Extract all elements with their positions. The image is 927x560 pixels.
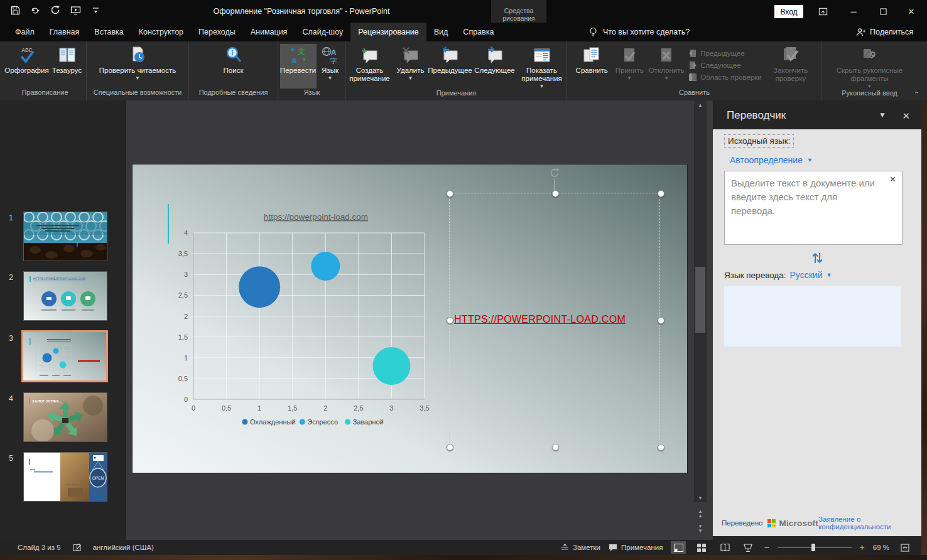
svg-text:OPEN: OPEN [92, 476, 104, 480]
language-button[interactable]: А字 Язык ▼ [317, 44, 344, 89]
undo-icon[interactable] [30, 5, 41, 16]
tab-design[interactable]: Конструктор [131, 23, 191, 41]
target-language-dropdown[interactable]: Русский [790, 270, 823, 280]
selection-handle-s[interactable] [552, 444, 559, 451]
normal-view-button[interactable] [671, 541, 686, 554]
svg-text:字: 字 [330, 57, 337, 65]
bubble-Охлажденный[interactable] [239, 266, 280, 308]
tab-transitions[interactable]: Переходы [191, 23, 243, 41]
reviewing-pane-icon [688, 73, 697, 82]
tab-insert[interactable]: Вставка [87, 23, 131, 41]
slide-number: 4 [9, 394, 13, 403]
legend-label[interactable]: Охлажденный [250, 418, 296, 426]
previous-slide-button[interactable]: ▲▲ [694, 509, 707, 519]
comments-toggle[interactable]: Примечания [609, 544, 663, 552]
next-comment-button[interactable]: Следующее [473, 44, 517, 89]
zoom-in-button[interactable]: + [860, 542, 865, 552]
selection-handle-e[interactable] [658, 317, 664, 324]
delete-comment-button[interactable]: Удалить ▼ [394, 44, 428, 89]
minimize-button[interactable]: ─ [847, 6, 860, 17]
source-language-dropdown[interactable]: Автоопределение ▼ [730, 155, 813, 165]
tab-slideshow[interactable]: Слайд-шоу [295, 23, 350, 41]
dropdown-caret-icon: ▼ [627, 76, 632, 81]
scroll-up-arrow[interactable]: ▲ [694, 100, 707, 109]
language-indicator[interactable]: английский (США) [93, 544, 154, 551]
clear-text-icon[interactable]: ✕ [889, 175, 896, 184]
slide-sorter-view-button[interactable] [694, 541, 709, 554]
tab-review[interactable]: Рецензирование [350, 23, 426, 41]
selection-handle-sw[interactable] [447, 444, 453, 451]
bubble-Эспрессо[interactable] [311, 252, 340, 281]
pane-close-icon[interactable]: ✕ [902, 110, 910, 122]
new-comment-button[interactable]: Создать примечание [346, 44, 394, 89]
redo-icon[interactable] [50, 5, 61, 16]
zoom-percentage[interactable]: 69 % [873, 544, 889, 551]
legend-label[interactable]: Эспрессо [307, 418, 338, 426]
reading-view-button[interactable] [717, 541, 732, 554]
slide-thumbnail-1[interactable] [24, 212, 107, 261]
pane-options-caret-icon[interactable]: ▼ [879, 110, 886, 119]
selection-handle-se[interactable] [658, 444, 664, 451]
slide-thumbnail-3-selected[interactable] [21, 330, 108, 382]
proofing-status-icon[interactable] [72, 543, 82, 552]
fit-slide-to-window-button[interactable] [897, 541, 913, 554]
swap-languages-icon[interactable] [810, 251, 824, 265]
tab-animations[interactable]: Анимация [243, 23, 295, 41]
privacy-statement-link[interactable]: Заявление о конфиденциальности [818, 515, 914, 530]
ribbon-display-options-button[interactable] [816, 6, 829, 17]
slide-thumbnail-2[interactable]: HTTPS://POWERPOINT-LOAD.COM [24, 272, 107, 320]
selection-handle-w[interactable] [447, 317, 453, 324]
reject-icon [657, 46, 676, 65]
next-slide-button[interactable]: ▼▼ [694, 524, 707, 534]
rotation-handle[interactable] [550, 168, 560, 178]
svg-text:1: 1 [258, 404, 261, 412]
maximize-button[interactable] [877, 6, 889, 17]
previous-comment-button[interactable]: Предыдущее [428, 44, 473, 89]
selection-handle-n[interactable] [552, 190, 559, 197]
group-insights: i Поиск Подробные сведения [189, 41, 278, 100]
reject-button: Отклонить ▼ [647, 44, 686, 89]
customize-qat-icon[interactable] [90, 5, 101, 16]
thesaurus-button[interactable]: Тезаурус [49, 44, 85, 89]
slide-canvas[interactable]: https://powerpoint-load.com00,511,522,53… [133, 164, 687, 473]
share-button[interactable]: Поделиться [856, 23, 913, 41]
zoom-slider-knob[interactable] [811, 544, 815, 551]
tab-home[interactable]: Главная [42, 23, 87, 41]
vertical-scrollbar[interactable]: ▲ ▼ [694, 100, 707, 502]
desktop-background-strip [921, 100, 927, 555]
compare-button[interactable]: Сравнить [572, 44, 612, 89]
slideshow-view-button[interactable] [740, 541, 756, 554]
tab-help[interactable]: Справка [455, 23, 501, 41]
slide-thumbnail-4[interactable]: ЗАЛОГ УСПЕХ... [24, 393, 107, 441]
tab-file[interactable]: Файл [8, 23, 42, 41]
selection-handle-ne[interactable] [658, 190, 664, 197]
scroll-down-arrow[interactable]: ▼ [694, 493, 707, 502]
translate-button[interactable]: 文а Перевести [280, 44, 317, 89]
slide-thumbnail-5[interactable]: OPEN [24, 453, 107, 501]
check-accessibility-button[interactable]: Проверить читаемость ▼ [90, 44, 185, 89]
scrollbar-thumb[interactable] [695, 267, 705, 333]
smart-lookup-button[interactable]: i Поиск [211, 44, 256, 89]
save-icon[interactable] [10, 5, 21, 16]
tell-me-box[interactable]: Что вы хотите сделать? [589, 23, 690, 41]
dropdown-caret-icon: ▼ [135, 76, 140, 81]
selection-handle-nw[interactable] [447, 190, 453, 197]
notes-toggle[interactable]: Заметки [561, 544, 600, 551]
next-change-icon [688, 61, 697, 70]
textbox-hyperlink-text[interactable]: HTTPS://POWERPOINT-LOAD.COM [454, 314, 626, 325]
group-accessibility: Проверить читаемость ▼ Специальные возмо… [87, 41, 189, 100]
spelling-button[interactable]: ABC Орфография [5, 44, 49, 89]
legend-label[interactable]: Заварной [353, 418, 384, 426]
tab-view[interactable]: Вид [426, 23, 456, 41]
slide-sorter-icon [697, 544, 706, 552]
contextual-group-label: Средства рисования [491, 7, 546, 22]
start-slideshow-icon[interactable] [70, 5, 81, 16]
zoom-out-button[interactable]: − [764, 542, 769, 552]
source-text-input[interactable]: Выделите текст в документе или введите з… [724, 171, 903, 245]
collapse-ribbon-icon[interactable]: ⌃ [914, 90, 919, 99]
show-comments-button[interactable]: Показать примечания ▼ [517, 44, 567, 89]
close-button[interactable]: ✕ [905, 6, 918, 17]
sign-in-button[interactable]: Вход [774, 5, 803, 18]
zoom-slider[interactable] [778, 543, 852, 552]
bubble-Заварной[interactable] [372, 347, 410, 385]
